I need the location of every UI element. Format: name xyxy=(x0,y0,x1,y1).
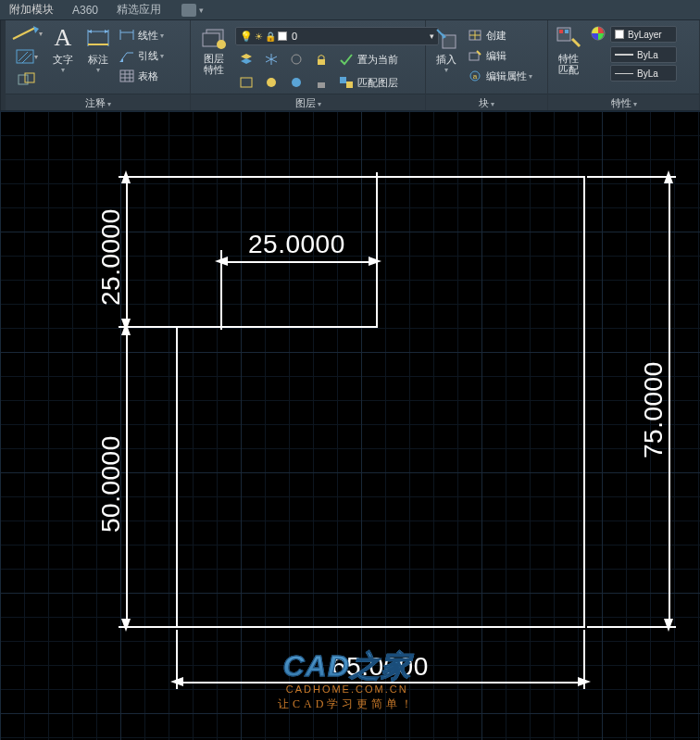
color-wheel-icon xyxy=(591,26,606,41)
match-props-button[interactable]: 特性 匹配 xyxy=(552,23,585,77)
svg-marker-46 xyxy=(369,257,381,266)
unlock-icon xyxy=(314,76,329,89)
set-current-button[interactable]: 置为当前 xyxy=(335,49,402,69)
menu-tabbar: 附加模块 A360 精选应用 ▾ xyxy=(0,0,700,20)
off-icon xyxy=(289,53,304,66)
tab-addon[interactable]: 附加模块 xyxy=(0,0,63,19)
panel-annotation: ▾ ▾ A 文字 ▾ 标注 ▾ xyxy=(6,20,191,110)
layer-tool-2[interactable] xyxy=(260,49,282,69)
layer-tool-8[interactable] xyxy=(310,72,332,93)
edit-attr-button[interactable]: a 编辑属性▾ xyxy=(465,66,535,86)
arrow-icon xyxy=(662,170,675,189)
svg-rect-31 xyxy=(340,77,346,83)
layer-props-icon xyxy=(201,25,227,51)
lineweight-combo[interactable]: ByLa xyxy=(610,46,677,63)
stack-icon xyxy=(239,53,254,66)
svg-rect-43 xyxy=(565,30,569,33)
svg-rect-38 xyxy=(469,53,479,60)
panel-title-properties[interactable]: 特性▾ xyxy=(548,94,699,110)
arrow-icon xyxy=(215,255,233,268)
linetype-combo[interactable]: ByLa xyxy=(610,65,677,82)
svg-marker-54 xyxy=(578,677,591,686)
tab-featured[interactable]: 精选应用 xyxy=(107,0,170,19)
dim-line xyxy=(176,682,585,684)
iso-icon xyxy=(239,76,254,89)
group-tool[interactable] xyxy=(9,69,44,90)
layer-combo[interactable]: 💡 ☀ 🔒 0 ▾ xyxy=(235,27,439,45)
match-layer-button[interactable]: 匹配图层 xyxy=(335,72,402,93)
insert-icon xyxy=(433,25,459,51)
dim-value: 65.0000 xyxy=(331,652,429,682)
lock-icon: 🔒 xyxy=(265,31,276,42)
svg-line-4 xyxy=(22,54,31,63)
dimension-icon xyxy=(85,25,111,51)
text-icon: A xyxy=(50,25,76,51)
dim-value: 75.0000 xyxy=(639,361,669,458)
panel-title-block[interactable]: 块▾ xyxy=(426,94,547,110)
linear-icon xyxy=(119,28,134,43)
dim-line xyxy=(126,176,128,326)
dim-line xyxy=(126,326,128,628)
bulb-icon: 💡 xyxy=(240,31,253,43)
arrow-icon xyxy=(662,613,675,632)
svg-point-29 xyxy=(292,78,301,87)
table-button[interactable]: 表格 xyxy=(117,66,167,86)
attr-icon: a xyxy=(468,69,482,83)
hatch-icon xyxy=(16,49,34,64)
measure-tool[interactable]: ▾ xyxy=(9,23,44,44)
layer-tool-1[interactable] xyxy=(235,49,257,69)
arrow-icon xyxy=(119,613,132,632)
insert-button[interactable]: 插入 ▾ xyxy=(430,23,463,76)
dim-value: 25.0000 xyxy=(96,208,126,306)
color-combo[interactable]: ByLayer xyxy=(610,26,677,43)
svg-line-0 xyxy=(13,28,35,39)
edit-icon xyxy=(468,48,482,63)
panel-properties: 特性 匹配 ByLayer ByLa xyxy=(548,20,700,110)
panel-title-layer[interactable]: 图层▾ xyxy=(191,94,425,110)
linear-button[interactable]: 线性▾ xyxy=(117,25,167,45)
svg-line-3 xyxy=(19,52,28,61)
on-icon xyxy=(289,76,304,89)
dim-line xyxy=(669,176,670,628)
dim-value: 50.0000 xyxy=(96,435,126,533)
svg-rect-27 xyxy=(241,78,252,87)
freeze-icon xyxy=(264,53,279,66)
text-button[interactable]: A 文字 ▾ xyxy=(46,23,80,76)
svg-marker-45 xyxy=(215,257,228,266)
drawing-canvas[interactable]: 25.0000 25.0000 50.0000 75.0000 65.0000 … xyxy=(0,111,700,740)
layer-props-button[interactable]: 图层 特性 xyxy=(194,23,233,77)
arrow-icon xyxy=(119,170,132,189)
shape-line xyxy=(176,326,178,628)
panel-layer: 图层 特性 💡 ☀ 🔒 0 ▾ xyxy=(191,20,426,110)
arrow-icon xyxy=(119,322,132,341)
layer-tool-4[interactable] xyxy=(310,49,332,69)
dim-ext xyxy=(119,176,378,178)
color-wheel-button[interactable] xyxy=(589,25,607,42)
panel-title-annotation[interactable]: 注释▾ xyxy=(6,94,190,110)
panel-block: 插入 ▾ 创建 编辑 a 编辑属性▾ 块▾ xyxy=(426,20,548,110)
dimension-button[interactable]: 标注 ▾ xyxy=(81,23,115,76)
svg-rect-17 xyxy=(120,70,133,82)
create-icon xyxy=(468,28,482,43)
layer-tool-7[interactable] xyxy=(285,72,307,93)
ribbon: ▾ ▾ A 文字 ▾ 标注 ▾ xyxy=(0,20,700,111)
tab-a360[interactable]: A360 xyxy=(63,0,107,19)
svg-point-25 xyxy=(292,55,301,64)
hatch-tool[interactable]: ▾ xyxy=(9,46,44,67)
tab-extra-icon[interactable]: ▾ xyxy=(170,0,209,19)
group-icon xyxy=(18,72,36,87)
edit-block-button[interactable]: 编辑 xyxy=(465,45,535,66)
svg-text:a: a xyxy=(473,72,478,81)
arrow-icon xyxy=(170,675,189,688)
table-icon xyxy=(119,69,134,83)
layer-tool-6[interactable] xyxy=(260,72,282,93)
leader-icon xyxy=(119,48,134,63)
create-block-button[interactable]: 创建 xyxy=(465,25,535,45)
leader-button[interactable]: 引线▾ xyxy=(117,45,167,66)
layer-tool-3[interactable] xyxy=(285,49,307,69)
svg-marker-51 xyxy=(664,170,673,183)
arrow-icon xyxy=(363,255,381,268)
measure-icon xyxy=(11,26,39,41)
layer-tool-5[interactable] xyxy=(235,72,257,93)
match-props-icon xyxy=(556,25,581,51)
